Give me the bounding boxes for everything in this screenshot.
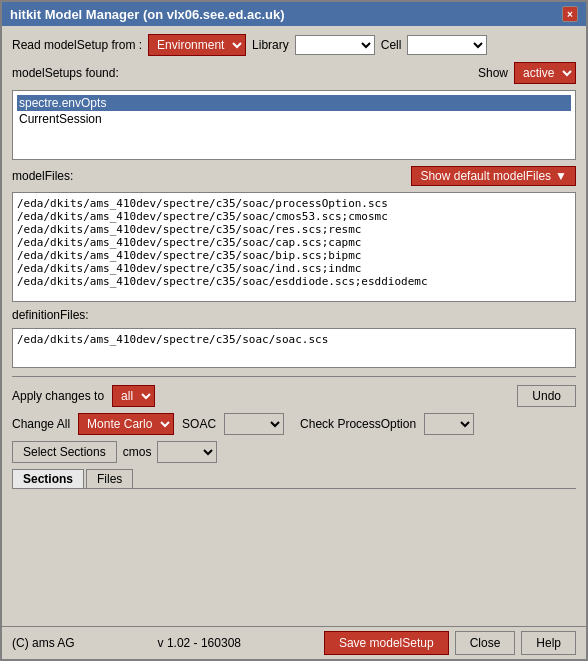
divider1 <box>12 376 576 377</box>
tab-sections[interactable]: Sections <box>12 469 84 488</box>
cell-select[interactable] <box>407 35 487 55</box>
titlebar: hitkit Model Manager (on vlx06.see.ed.ac… <box>2 2 586 26</box>
read-modelsetup-row: Read modelSetup from : Environment Libra… <box>12 34 576 56</box>
main-window: hitkit Model Manager (on vlx06.see.ed.ac… <box>0 0 588 661</box>
version-label: v 1.02 - 160308 <box>158 636 241 650</box>
definitionfiles-label: definitionFiles: <box>12 308 576 322</box>
copyright-label: (C) ams AG <box>12 636 75 650</box>
list-item: /eda/dkits/ams_410dev/spectre/c35/soac/p… <box>17 197 571 210</box>
tab-files[interactable]: Files <box>86 469 133 488</box>
apply-changes-select[interactable]: all <box>112 385 155 407</box>
modelfiles-list[interactable]: /eda/dkits/ams_410dev/spectre/c35/soac/p… <box>12 192 576 302</box>
modelfiles-label: modelFiles: <box>12 169 73 183</box>
cell-label: Cell <box>381 38 402 52</box>
check-processOption-label: Check ProcessOption <box>300 417 416 431</box>
list-item: /eda/dkits/ams_410dev/spectre/c35/soac/c… <box>17 236 571 249</box>
show-label: Show <box>478 66 508 80</box>
apply-changes-label: Apply changes to <box>12 389 104 403</box>
change-all-label: Change All <box>12 417 70 431</box>
soac-label: SOAC <box>182 417 216 431</box>
monte-carlo-select[interactable]: Monte Carlo <box>78 413 174 435</box>
modelsetups-list[interactable]: spectre.envOpts CurrentSession <box>12 90 576 160</box>
cmos-label: cmos <box>123 445 152 459</box>
window-close-button[interactable]: × <box>562 6 578 22</box>
definitionfiles-list[interactable]: /eda/dkits/ams_410dev/spectre/c35/soac/s… <box>12 328 576 368</box>
list-item: /eda/dkits/ams_410dev/spectre/c35/soac/b… <box>17 249 571 262</box>
titlebar-title: hitkit Model Manager (on vlx06.see.ed.ac… <box>10 7 285 22</box>
apply-changes-row: Apply changes to all Undo <box>12 385 576 407</box>
modelsetups-found-label: modelSetups found: <box>12 66 119 80</box>
list-item: /eda/dkits/ams_410dev/spectre/c35/soac/r… <box>17 223 571 236</box>
cmos-select[interactable] <box>157 441 217 463</box>
list-item: /eda/dkits/ams_410dev/spectre/c35/soac/c… <box>17 210 571 223</box>
bottom-bar: (C) ams AG v 1.02 - 160308 Save modelSet… <box>2 626 586 659</box>
check-processOption-select[interactable] <box>424 413 474 435</box>
undo-button[interactable]: Undo <box>517 385 576 407</box>
show-default-modelfiles-button[interactable]: Show default modelFiles ▼ <box>411 166 576 186</box>
change-all-row: Change All Monte Carlo SOAC Check Proces… <box>12 413 576 435</box>
library-select[interactable] <box>295 35 375 55</box>
list-item: /eda/dkits/ams_410dev/spectre/c35/soac/e… <box>17 275 571 288</box>
tabs-row: Sections Files <box>12 469 576 489</box>
list-item[interactable]: spectre.envOpts <box>17 95 571 111</box>
modelfiles-header: modelFiles: Show default modelFiles ▼ <box>12 166 576 186</box>
list-item[interactable]: CurrentSession <box>17 111 571 127</box>
read-modelsetup-label: Read modelSetup from : <box>12 38 142 52</box>
environment-select[interactable]: Environment <box>148 34 246 56</box>
footer-buttons: Save modelSetup Close Help <box>324 631 576 655</box>
show-active-select[interactable]: active <box>514 62 576 84</box>
select-sections-row: Select Sections cmos <box>12 441 576 463</box>
close-button[interactable]: Close <box>455 631 516 655</box>
dropdown-arrow-icon: ▼ <box>555 169 567 183</box>
modelsetups-header-row: modelSetups found: Show active <box>12 62 576 84</box>
help-button[interactable]: Help <box>521 631 576 655</box>
list-item: /eda/dkits/ams_410dev/spectre/c35/soac/i… <box>17 262 571 275</box>
select-sections-button[interactable]: Select Sections <box>12 441 117 463</box>
save-modelsetup-button[interactable]: Save modelSetup <box>324 631 449 655</box>
content-area: Read modelSetup from : Environment Libra… <box>2 26 586 626</box>
list-item: /eda/dkits/ams_410dev/spectre/c35/soac/s… <box>17 333 571 346</box>
library-label: Library <box>252 38 289 52</box>
soac-select[interactable] <box>224 413 284 435</box>
